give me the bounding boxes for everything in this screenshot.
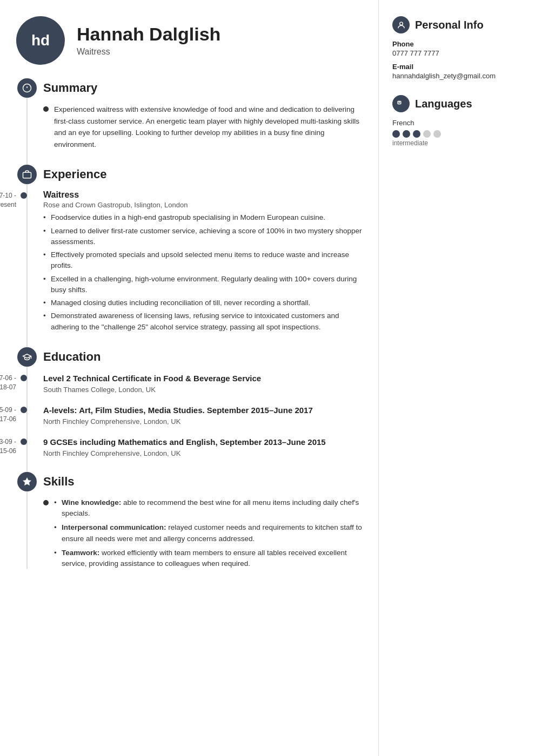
education-degree-2: 9 GCSEs including Mathematics and Englis… [43,436,367,448]
education-title: Education [43,350,101,364]
education-dot-2 [21,438,27,445]
lang-dot-0-1 [403,130,410,138]
skills-icon [17,472,37,491]
language-dots-0 [392,130,521,138]
summary-header: Summary [43,81,367,95]
education-entry-1: 2015-09 -2017-06 A-levels: Art, Film Stu… [43,404,367,426]
summary-section: Summary Experienced waitress with extens… [43,81,367,150]
language-name-0: French [392,119,521,127]
skills-header: Skills [43,475,367,489]
summary-title: Summary [43,81,97,95]
lang-dot-0-2 [413,130,420,138]
resume-timeline: Summary Experienced waitress with extens… [11,81,367,569]
skills-section: Skills Wine knowledge: able to recommend… [43,475,367,570]
education-school-2: North Finchley Comprehensive, London, UK [43,449,367,457]
experience-dot-0 [21,192,27,199]
education-entry-0: 2017-06 -2018-07 Level 2 Technical Certi… [43,373,367,394]
education-degree-0: Level 2 Technical Certificate in Food & … [43,373,367,384]
experience-bullet-0-1: Learned to deliver first-rate customer s… [43,226,367,248]
skills-bullet-dot [43,500,49,505]
education-date-0: 2017-06 -2018-07 [0,374,16,392]
lang-dot-0-4 [433,130,441,138]
right-sidebar: Personal Info Phone 0777 777 7777 E-mail… [378,0,535,756]
personal-info-header: Personal Info [392,16,521,33]
education-entry-2: 2013-09 -2015-06 9 GCSEs including Mathe… [43,436,367,457]
skills-list: Wine knowledge: able to recommend the be… [54,497,367,570]
experience-entry-0: 2017-10 -present Waitress Rose and Crown… [43,190,367,333]
experience-title: Experience [43,167,106,181]
education-degree-1: A-levels: Art, Film Studies, Media Studi… [43,404,367,416]
language-level-0: intermediate [392,139,521,147]
email-label: E-mail [392,63,521,71]
languages-section: Languages French intermediate [392,95,521,147]
avatar: hd [16,16,65,65]
education-section: Education 2017-06 -2018-07 Level 2 Techn… [43,350,367,457]
experience-bullets-0: Foodservice duties in a high-end gastrop… [43,212,367,333]
skill-item-0: Wine knowledge: able to recommend the be… [54,497,367,519]
experience-bullet-0-2: Effectively promoted specials and upsold… [43,249,367,272]
experience-bullet-0-3: Excelled in a challenging, high-volume e… [43,274,367,296]
languages-header: Languages [392,95,521,112]
skills-content: Wine knowledge: able to recommend the be… [43,497,367,570]
job-title: Waitress [77,47,220,57]
languages-icon [392,95,410,112]
summary-text: Experienced waitress with extensive know… [54,104,367,150]
summary-icon [17,78,37,98]
experience-bullet-0-5: Demonstrated awareness of licensing laws… [43,310,367,333]
personal-info-section: Personal Info Phone 0777 777 7777 E-mail… [392,16,521,80]
summary-content: Experienced waitress with extensive know… [43,104,367,150]
skill-item-1: Interpersonal communication: relayed cus… [54,522,367,544]
skills-title: Skills [43,475,74,489]
full-name: Hannah Dalglish [77,24,220,44]
phone-label: Phone [392,40,521,48]
email-value: hannahdalglish_zety@gmail.com [392,72,521,80]
languages-title: Languages [415,98,472,110]
education-header: Education [43,350,367,364]
education-date-1: 2015-09 -2017-06 [0,406,16,424]
education-date-2: 2013-09 -2015-06 [0,437,16,456]
svg-rect-3 [23,173,31,179]
skill-bold-2: Teamwork: [62,549,99,557]
skill-item-2: Teamwork: worked efficiently with team m… [54,548,367,570]
experience-header: Experience [43,167,367,181]
experience-job-title-0: Waitress [43,190,367,200]
experience-section: Experience 2017-10 -present Waitress Ros… [43,167,367,333]
svg-point-5 [399,22,403,25]
experience-icon [17,165,37,184]
svg-marker-4 [23,477,31,485]
education-icon [17,347,37,367]
experience-bullet-0-4: Managed closing duties including reconci… [43,298,367,308]
skill-text-2: worked efficiently with team members to … [62,549,347,568]
lang-dot-0-3 [423,130,431,138]
header-text: Hannah Dalglish Waitress [77,24,220,56]
education-school-1: North Finchley Comprehensive, London, UK [43,417,367,426]
resume-header: hd Hannah Dalglish Waitress [11,16,367,65]
lang-dot-0-0 [392,130,400,138]
education-dot-0 [21,375,27,381]
personal-info-icon [392,16,410,33]
education-dot-1 [21,407,27,413]
personal-info-title: Personal Info [415,19,484,31]
skill-bold-1: Interpersonal communication: [62,523,166,531]
experience-company-0: Rose and Crown Gastropub, Islington, Lon… [43,201,367,209]
experience-bullet-0-0: Foodservice duties in a high-end gastrop… [43,212,367,223]
phone-value: 0777 777 7777 [392,49,521,57]
experience-date-0: 2017-10 -present [0,191,16,210]
education-school-0: South Thames College, London, UK [43,386,367,394]
skill-bold-0: Wine knowledge: [62,498,121,507]
